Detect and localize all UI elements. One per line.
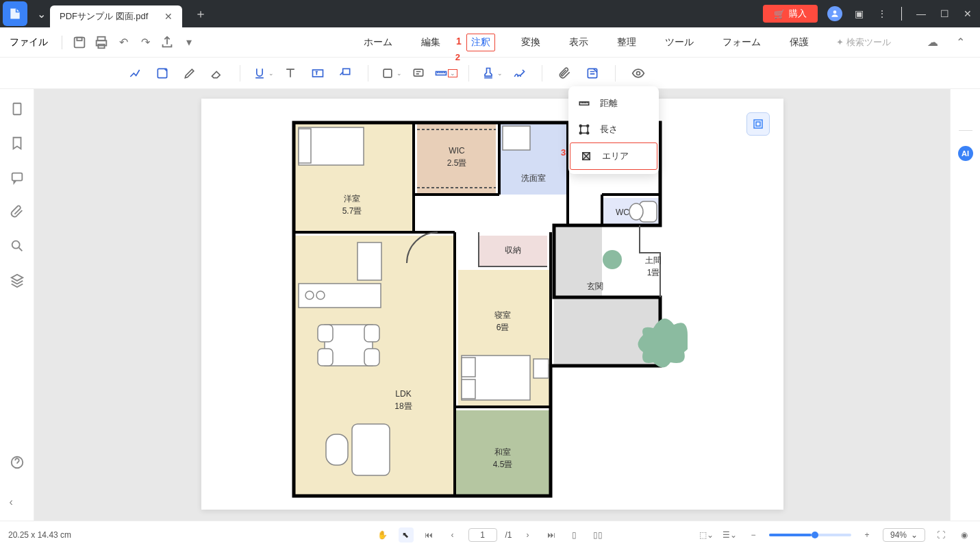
two-page-icon[interactable]: ▯▯ (590, 527, 605, 543)
menu-organize[interactable]: 整理 (614, 34, 639, 51)
tab-list-chevron-icon[interactable]: ⌄ (37, 8, 46, 21)
separator (959, 130, 972, 131)
close-window-button[interactable]: ✕ (961, 8, 975, 19)
menu-home[interactable]: ホーム (361, 34, 395, 51)
attachment-tool[interactable] (553, 62, 577, 85)
text-tool[interactable] (279, 62, 302, 85)
label-storage: 収納 (505, 245, 521, 255)
last-page-icon[interactable]: ⏭ (544, 527, 559, 543)
note-tool[interactable] (407, 62, 430, 85)
quick-dropdown-icon[interactable]: ▾ (181, 35, 197, 50)
svg-rect-2 (77, 37, 81, 40)
bookmarks-icon[interactable] (10, 136, 25, 151)
buy-button[interactable]: 🛒 購入 (763, 5, 818, 23)
hand-tool-icon[interactable]: ✋ (375, 527, 390, 543)
eraser-tool[interactable] (205, 62, 229, 85)
cart-icon: 🛒 (774, 9, 785, 19)
help-icon[interactable] (10, 455, 25, 470)
fullscreen-icon[interactable]: ⛶ (933, 527, 948, 543)
collapse-left-icon[interactable]: ‹ (10, 496, 25, 511)
signature-tool[interactable] (507, 62, 531, 85)
undo-icon[interactable]: ↶ (116, 35, 131, 50)
ai-badge[interactable]: AI (958, 146, 973, 161)
svg-rect-58 (462, 379, 475, 399)
pencil-tool[interactable] (178, 62, 201, 85)
prev-page-icon[interactable]: ‹ (444, 527, 460, 543)
comments-icon[interactable] (10, 170, 25, 185)
document-page: WIC 2.5畳 洋室 5.7畳 洗面室 WC 収納 土間 1畳 玄関 寝室 6… (201, 99, 783, 510)
measure-perimeter-item[interactable]: 長さ (568, 116, 659, 142)
svg-rect-52 (364, 325, 379, 342)
menu-annotate[interactable]: 1 注釈 (466, 34, 495, 51)
textbox-tool[interactable] (306, 62, 329, 85)
measure-distance-item[interactable]: 距離 (568, 90, 659, 116)
minimize-button[interactable]: — (914, 8, 928, 19)
maximize-button[interactable]: ☐ (938, 8, 951, 19)
separator (368, 65, 368, 82)
search-icon[interactable] (10, 238, 25, 253)
svg-rect-28 (754, 120, 762, 128)
attachments-icon[interactable] (10, 204, 25, 219)
first-page-icon[interactable]: ⏮ (421, 527, 436, 543)
panel-icon[interactable]: ▣ (852, 8, 866, 19)
search-tools[interactable]: ✦ 検索ツール (836, 36, 891, 49)
save-icon[interactable] (72, 35, 87, 50)
measure-tool[interactable]: 2 ⌄ (434, 62, 457, 85)
callout-tool[interactable] (334, 62, 357, 85)
zoom-out-icon[interactable]: − (746, 527, 761, 543)
svg-rect-55 (326, 434, 348, 465)
menu-tools[interactable]: ツール (662, 34, 696, 51)
stamp-tool[interactable]: ⌄ (480, 62, 503, 85)
reading-mode-icon[interactable]: ◉ (957, 527, 972, 543)
svg-rect-29 (756, 122, 760, 126)
shape-tool[interactable]: ⌄ (379, 62, 403, 85)
print-icon[interactable] (94, 35, 109, 50)
zoom-value: 94% (890, 530, 907, 540)
menu-view[interactable]: 表示 (566, 34, 591, 51)
menu-convert[interactable]: 変換 (518, 34, 543, 51)
more-icon[interactable]: ⋮ (875, 8, 889, 19)
tab-close-icon[interactable]: ✕ (164, 11, 173, 22)
layers-icon[interactable] (10, 273, 25, 288)
area-highlight-tool[interactable] (151, 62, 174, 85)
collapse-ribbon-icon[interactable]: ⌃ (953, 35, 968, 50)
select-tool-icon[interactable]: ⬉ (398, 527, 413, 543)
underline-tool[interactable]: ⌄ (251, 62, 275, 85)
zoom-dropdown-icon[interactable]: ⌄ (911, 530, 918, 540)
zoom-slider[interactable] (769, 534, 851, 536)
cloud-sync-icon[interactable]: ☁ (925, 35, 940, 50)
label-ldk: LDK (395, 389, 411, 399)
callout-3: 3 (561, 147, 566, 158)
label-wash: 洗面室 (521, 173, 546, 183)
new-tab-button[interactable]: ＋ (194, 5, 207, 22)
measure-dropdown-icon[interactable]: ⌄ (448, 69, 457, 77)
document-tab[interactable]: PDFサンプル 図面.pdf ✕ (50, 5, 182, 27)
app-logo[interactable] (3, 1, 27, 26)
single-page-icon[interactable]: ▯ (567, 527, 582, 543)
label-tatami: 和室 (494, 447, 511, 457)
zoom-value-box[interactable]: 94% ⌄ (883, 528, 925, 542)
redo-icon[interactable]: ↷ (138, 35, 153, 50)
document-canvas[interactable]: WIC 2.5畳 洋室 5.7畳 洗面室 WC 収納 土間 1畳 玄関 寝室 6… (34, 89, 950, 521)
comment-list-tool[interactable] (581, 62, 604, 85)
highlight-tool[interactable] (123, 62, 147, 85)
label-wc: WC (616, 208, 629, 217)
menu-protect[interactable]: 保護 (787, 34, 812, 51)
label-wic: WIC (449, 146, 465, 155)
menu-edit[interactable]: 編集 (418, 34, 443, 51)
share-icon[interactable] (160, 35, 175, 50)
page-input[interactable]: 1 (468, 528, 497, 542)
measure-area-item[interactable]: 3 エリア (570, 142, 657, 170)
read-mode-icon[interactable]: ☰⌄ (723, 527, 738, 543)
zoom-in-icon[interactable]: + (859, 527, 875, 543)
user-avatar[interactable] (827, 6, 842, 21)
label-doma-size: 1畳 (646, 268, 659, 277)
next-page-icon[interactable]: › (520, 527, 536, 543)
fit-width-icon[interactable]: ⬚⌄ (699, 527, 714, 543)
svg-rect-53 (364, 349, 379, 366)
menu-form[interactable]: フォーム (720, 34, 764, 51)
menu-file[interactable]: ファイル (5, 36, 52, 49)
fit-page-button[interactable] (746, 112, 770, 136)
thumbnails-icon[interactable] (10, 101, 25, 116)
hide-annotations-tool[interactable] (627, 62, 650, 85)
